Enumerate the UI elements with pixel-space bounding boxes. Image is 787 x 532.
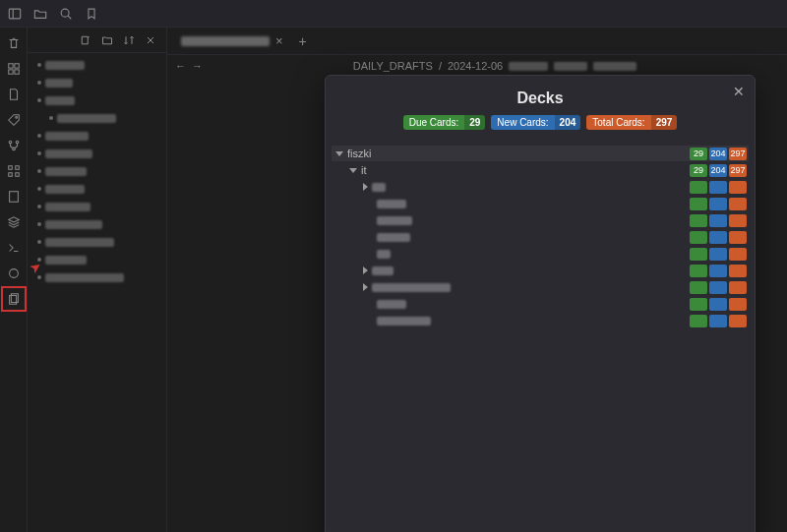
sort-icon[interactable]: [121, 32, 137, 48]
tab-active[interactable]: ×: [173, 28, 291, 54]
deck-row[interactable]: fiszki29204297: [332, 146, 749, 161]
svg-point-10: [16, 141, 19, 144]
deck-row[interactable]: [332, 229, 749, 245]
summary-pill: Total Cards:297: [586, 115, 677, 130]
sidebar: [28, 28, 167, 532]
new-folder-icon[interactable]: [99, 32, 115, 48]
pill-row: Due Cards:29New Cards:204Total Cards:297: [326, 115, 755, 130]
file-tree-item[interactable]: [31, 57, 162, 73]
breadcrumb-seg[interactable]: DAILY_DRAFTS: [353, 60, 433, 72]
file-tree: [28, 53, 166, 532]
titlebar: [0, 0, 787, 28]
trash-icon[interactable]: [4, 33, 24, 53]
svg-rect-5: [14, 64, 18, 68]
branch-icon[interactable]: [4, 136, 24, 155]
svg-rect-4: [8, 64, 12, 68]
stack-icon[interactable]: [4, 212, 24, 232]
svg-rect-16: [9, 192, 18, 203]
tab-add-icon[interactable]: +: [291, 33, 315, 49]
search-icon[interactable]: [57, 5, 75, 23]
file-tree-item[interactable]: [31, 92, 162, 108]
svg-rect-7: [14, 70, 18, 74]
nav-back-icon[interactable]: ←: [175, 60, 186, 72]
deck-row[interactable]: [332, 196, 749, 211]
deck-row[interactable]: [332, 296, 749, 312]
decks-modal: Decks ✕ Due Cards:29New Cards:204Total C…: [325, 75, 756, 532]
file-tree-item[interactable]: [31, 269, 162, 285]
grid-icon[interactable]: [4, 59, 24, 79]
breadcrumb-bar: ← → DAILY_DRAFTS / 2024-12-06: [167, 55, 787, 77]
close-icon[interactable]: ✕: [733, 84, 745, 99]
terminal-icon[interactable]: [4, 238, 24, 258]
folder-icon[interactable]: [31, 5, 49, 23]
svg-rect-13: [15, 166, 19, 170]
svg-point-8: [15, 117, 17, 119]
breadcrumb-seg[interactable]: 2024-12-06: [448, 60, 503, 72]
file-tree-item[interactable]: [31, 110, 162, 126]
deck-icon[interactable]: [4, 289, 24, 309]
deck-row[interactable]: [332, 263, 749, 278]
bookmark-icon[interactable]: [83, 5, 100, 23]
summary-pill: New Cards:204: [491, 115, 580, 130]
file-tree-item[interactable]: [31, 252, 162, 267]
file-tree-item[interactable]: [31, 128, 162, 144]
svg-line-3: [68, 16, 71, 19]
activity-bar: [0, 28, 28, 532]
tag-icon[interactable]: [4, 110, 24, 130]
tab-label: [181, 36, 270, 46]
svg-rect-12: [8, 166, 12, 170]
file-tree-item[interactable]: [31, 181, 162, 197]
file-tree-item[interactable]: [31, 216, 162, 232]
tab-bar: × +: [167, 28, 787, 55]
file-tree-item[interactable]: [31, 199, 162, 214]
svg-rect-0: [9, 9, 20, 19]
file-tree-item[interactable]: [31, 75, 162, 90]
collapse-icon[interactable]: [143, 32, 158, 48]
file-tree-item[interactable]: [31, 163, 162, 179]
modal-title: Decks: [326, 89, 755, 107]
circle-icon[interactable]: [4, 264, 24, 283]
deck-row[interactable]: [332, 246, 749, 262]
editor-area: × + ← → DAILY_DRAFTS / 2024-12-06 ➤ Deck…: [167, 28, 787, 532]
svg-rect-14: [8, 173, 12, 177]
nav-forward-icon[interactable]: →: [192, 60, 203, 72]
apps-icon[interactable]: [4, 161, 24, 181]
deck-row[interactable]: it29204297: [332, 162, 749, 178]
deck-row[interactable]: [332, 179, 749, 195]
tab-close-icon[interactable]: ×: [275, 33, 283, 48]
deck-row[interactable]: [332, 279, 749, 295]
file-tree-item[interactable]: [31, 146, 162, 161]
deck-row[interactable]: [332, 212, 749, 228]
file-tree-item[interactable]: [31, 234, 162, 250]
sidebar-toolbar: [28, 28, 166, 53]
summary-pill: Due Cards:29: [403, 115, 486, 130]
deck-tree: fiszki29204297it29204297: [326, 140, 755, 532]
svg-point-9: [9, 141, 12, 144]
page-icon[interactable]: [4, 187, 24, 207]
deck-row[interactable]: [332, 313, 749, 328]
svg-rect-15: [15, 173, 19, 177]
panels-icon[interactable]: [6, 5, 24, 23]
svg-point-17: [9, 269, 18, 278]
doc-icon[interactable]: [4, 85, 24, 104]
svg-rect-6: [8, 70, 12, 74]
new-note-icon[interactable]: [78, 32, 93, 48]
svg-point-2: [61, 9, 69, 17]
